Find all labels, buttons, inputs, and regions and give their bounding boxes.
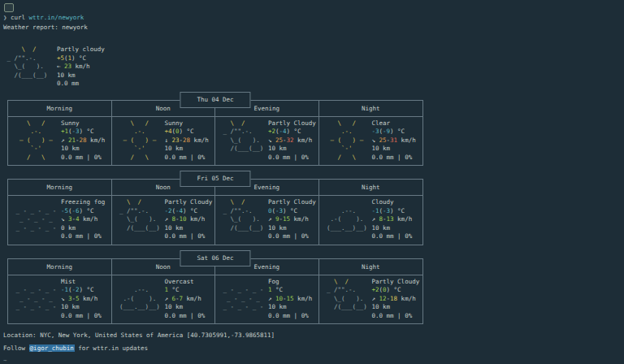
home-dir-indicator: ~ bbox=[3, 356, 624, 364]
weather-text-segment: +2 bbox=[372, 286, 379, 293]
ascii-art: \ / bbox=[3, 46, 57, 54]
weather-text-segment: °C bbox=[390, 286, 401, 293]
prompt-symbol: ❯ bbox=[3, 14, 11, 21]
period-header-night: Night bbox=[319, 101, 423, 116]
weather-text-segment: 23 bbox=[172, 136, 180, 144]
weather-text-segment: -2 bbox=[165, 207, 172, 214]
period-header-morning: Morning bbox=[8, 180, 112, 195]
ascii-art: \_( ). bbox=[116, 215, 165, 224]
weather-text-segment: 10 bbox=[275, 295, 283, 302]
weather-text-segment: ↘ bbox=[61, 215, 68, 223]
weather-text-segment: °C bbox=[290, 128, 301, 135]
weather-text-segment: ↘ bbox=[61, 295, 68, 302]
weather-line: _ - _ - _ -10 km bbox=[12, 303, 110, 312]
weather-text-segment: °C bbox=[394, 128, 405, 135]
weather-text-segment: -2 bbox=[72, 286, 80, 293]
weather-line: \ /Partly Cloudy bbox=[219, 198, 317, 207]
weather-text-segment: 12 bbox=[379, 295, 387, 302]
weather-text-segment: 18 bbox=[390, 295, 397, 302]
weather-line: \_( ).↗ 12-18 km/h bbox=[323, 295, 422, 304]
weather-text-segment: -1 bbox=[61, 286, 68, 293]
weather-line: 0.0 mm | 0% bbox=[116, 232, 214, 241]
forecast-body-row: Freezing fog _ - _ - _ --5(-6) °C _ - _ … bbox=[8, 196, 422, 245]
ascii-art: /(___(__) bbox=[3, 72, 57, 80]
ascii-art: .-. bbox=[116, 128, 165, 136]
ascii-art: _ - _ - _ - bbox=[219, 286, 268, 295]
weather-text-segment: 10 km bbox=[268, 224, 287, 232]
weather-line: \ /Partly Cloudy bbox=[219, 119, 317, 128]
weather-text-segment: 28 bbox=[80, 136, 87, 144]
weather-line: /(___(__)10 km bbox=[219, 224, 317, 233]
weather-text-segment: °C bbox=[83, 128, 94, 135]
weather-line: _ - _ - _↘ 3-5 km/h bbox=[12, 295, 110, 304]
weather-line: _ /"".-.0(-3) °C bbox=[219, 207, 317, 216]
weather-text-segment: +5 bbox=[57, 54, 64, 62]
weather-text-segment: ↗ bbox=[165, 215, 172, 223]
weather-text-segment: -6 bbox=[72, 207, 80, 214]
ascii-art: _ - _ - _ - bbox=[12, 224, 61, 233]
ascii-art: ― ( ) ― bbox=[12, 136, 61, 145]
weather-text-segment: 15 bbox=[283, 215, 290, 223]
ascii-art: _ /"".-. bbox=[3, 54, 57, 63]
weather-text-segment: Partly Cloudy bbox=[268, 198, 316, 206]
weather-text-segment: °C bbox=[183, 128, 194, 135]
terminal-screen[interactable]: ❯ curl wttr.in/newyork Weather report: n… bbox=[0, 0, 624, 364]
follow-suffix: for wttr.in updates bbox=[75, 344, 148, 352]
ascii-art: _ /"".-. bbox=[219, 128, 268, 136]
weather-text-segment: km/h bbox=[72, 63, 90, 70]
weather-text-segment: °C bbox=[168, 286, 180, 293]
ascii-art: _ - _ - _ - bbox=[219, 303, 268, 312]
weather-line: .-.+1(-3) °C bbox=[12, 128, 110, 136]
command-arg: wttr.in/newyork bbox=[29, 14, 84, 21]
forecast-grid: Morning Noon Evening Night Freezing fog … bbox=[7, 179, 423, 245]
weather-text-segment: 0.0 mm | 0% bbox=[165, 232, 206, 240]
weather-text-segment: °C bbox=[76, 54, 87, 62]
weather-text-segment: +4 bbox=[165, 128, 172, 135]
weather-text-segment: -5 bbox=[61, 207, 68, 214]
ascii-art: .-( ). bbox=[323, 215, 372, 224]
weather-line: `-'10 km bbox=[116, 145, 214, 154]
weather-line: _ - _ - _ --5(-6) °C bbox=[12, 207, 110, 216]
ascii-art: \ / bbox=[116, 198, 165, 207]
weather-line: Freezing fog bbox=[12, 198, 110, 207]
weather-line: \_( ).← 23 km/h bbox=[3, 63, 624, 72]
weather-text-segment: 10 km bbox=[61, 303, 80, 310]
weather-line: 0.0 mm | 0% bbox=[323, 232, 422, 241]
forecast-cell-evening: Fog _ - _ - _ -1 °C _ - _ - _↗ 10-15 km/… bbox=[215, 275, 319, 324]
ascii-art: .-. bbox=[323, 128, 372, 136]
ascii-art: \_( ). bbox=[323, 295, 372, 304]
weather-line: Overcast bbox=[116, 278, 214, 287]
forecast-cell-night: \ /Partly Cloudy _ /"".-.+2(0) °C \_( ).… bbox=[319, 275, 423, 324]
twitter-handle-link[interactable]: @igor_chubin bbox=[29, 344, 75, 352]
weather-text-segment: 10 km bbox=[165, 145, 184, 152]
follow-line: Follow @igor_chubin for wttr.in updates bbox=[3, 344, 624, 353]
weather-line: _ - _ - _ -0 km bbox=[12, 224, 110, 233]
weather-text-segment: 10 bbox=[180, 215, 187, 223]
weather-line: 0.0 mm | 0% bbox=[219, 232, 317, 241]
weather-line: / \0.0 mm | 0% bbox=[116, 154, 214, 162]
weather-text-segment: ← bbox=[57, 63, 64, 70]
ascii-art: _ - _ - _ - bbox=[12, 303, 61, 312]
ascii-art: .-( ). bbox=[116, 295, 165, 304]
ascii-art: /(___(__) bbox=[219, 224, 268, 233]
weather-text-segment: 0 km bbox=[61, 224, 76, 232]
ascii-art: ― ( ) ― bbox=[323, 136, 372, 145]
weather-line: ― ( ) ―↘ 25-31 km/h bbox=[323, 136, 422, 145]
weather-text-segment: Partly Cloudy bbox=[165, 198, 213, 206]
weather-line: _ /"".-.-2(-4) °C bbox=[116, 207, 214, 216]
weather-text-segment: km/h bbox=[290, 215, 309, 223]
forecast-cell-noon: Overcast .--.1 °C .-( ).↗ 6-7 km/h (___.… bbox=[112, 275, 216, 324]
weather-text-segment: Mist bbox=[61, 278, 76, 285]
weather-line: /(___(__)10 km bbox=[323, 303, 422, 312]
forecast-cell-morning: \ /Sunny .-.+1(-3) °C ― ( ) ―↗ 21-28 km/… bbox=[8, 117, 112, 166]
ascii-art: _ - _ - _ bbox=[219, 295, 268, 304]
ascii-art: `-' bbox=[12, 145, 61, 154]
ascii-art: ― ( ) ― bbox=[116, 136, 165, 145]
weather-line: \ /Partly cloudy bbox=[3, 46, 624, 54]
weather-line: 0.0 mm | 0% bbox=[219, 312, 317, 321]
ascii-art: \_( ). bbox=[219, 215, 268, 224]
weather-line: _ - _ - _ -1 °C bbox=[219, 286, 317, 295]
weather-text-segment: 0.0 mm | 0% bbox=[372, 232, 413, 240]
weather-line: _ - _ - _↘ 3-4 km/h bbox=[12, 215, 110, 224]
ascii-art: \_( ). bbox=[219, 136, 268, 145]
